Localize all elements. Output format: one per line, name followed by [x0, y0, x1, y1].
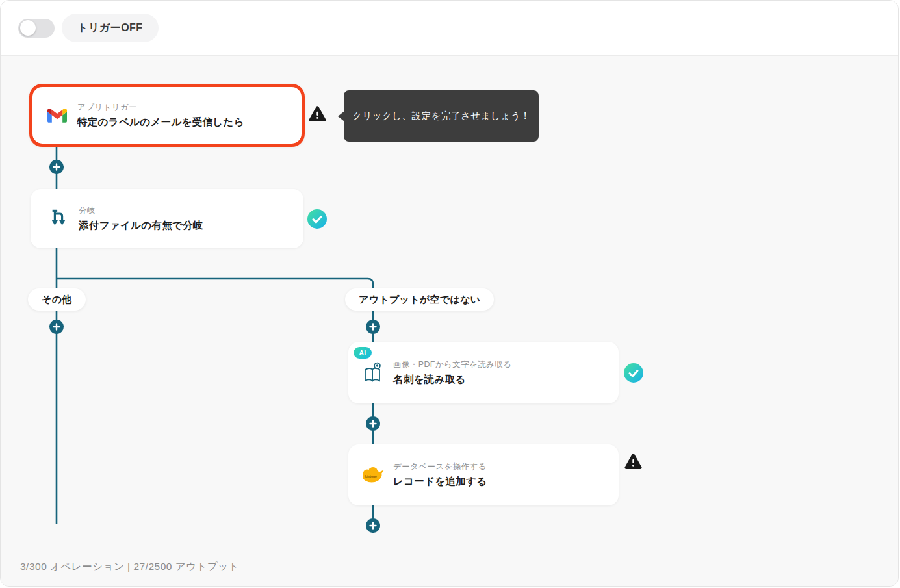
header-bar: トリガーOFF: [1, 1, 898, 56]
node-kintone[interactable]: kintone データベースを操作する レコードを追加する: [348, 444, 619, 505]
node-app-trigger[interactable]: アプリトリガー 特定のラベルのメールを受信したら: [29, 84, 305, 147]
tooltip-arrow: [338, 111, 344, 121]
kintone-icon: kintone: [361, 464, 385, 486]
trigger-toggle[interactable]: [18, 19, 55, 38]
svg-text:kintone: kintone: [365, 474, 377, 478]
trigger-status-label: トリガーOFF: [62, 14, 159, 42]
gmail-icon: [47, 108, 67, 123]
node-branch[interactable]: 分岐 添付ファイルの有無で分岐: [31, 189, 303, 248]
node-type-label: データベースを操作する: [393, 461, 487, 472]
setup-tooltip: クリックし、設定を完了させましょう！: [344, 90, 539, 142]
node-title: 添付ファイルの有無で分岐: [79, 219, 203, 233]
node-title: 特定のラベルのメールを受信したら: [77, 116, 244, 129]
ocr-book-icon: [362, 361, 385, 385]
node-type-label: 分岐: [79, 205, 203, 216]
add-step-button[interactable]: [49, 160, 64, 174]
node-type-label: アプリトリガー: [77, 102, 244, 113]
check-icon: [307, 209, 327, 229]
node-title: 名刺を読み取る: [393, 373, 511, 387]
node-type-label: 画像・PDFから文字を読み取る: [393, 359, 511, 370]
toggle-knob: [20, 20, 36, 36]
check-icon: [624, 363, 643, 383]
node-title: レコードを追加する: [393, 475, 487, 489]
node-ocr[interactable]: AI 画像・PDFから文字を読み取る 名刺を読み取る: [348, 342, 619, 403]
add-step-button[interactable]: [366, 518, 380, 533]
warning-icon: [309, 105, 326, 125]
branch-label-other: その他: [28, 288, 86, 311]
branch-icon: [49, 209, 68, 229]
add-step-button[interactable]: [366, 416, 380, 431]
branch-label-output-not-empty: アウトプットが空ではない: [345, 288, 494, 311]
workflow-editor-page: トリガーOFF: [0, 0, 899, 587]
add-step-button[interactable]: [49, 320, 64, 334]
workflow-canvas: アプリトリガー 特定のラベルのメールを受信したら クリックし、設定を完了させまし…: [1, 56, 898, 587]
add-step-button[interactable]: [366, 320, 380, 334]
usage-status: 3/300 オペレーション | 27/2500 アウトプット: [20, 560, 239, 574]
warning-icon: [624, 453, 642, 473]
ai-badge: AI: [354, 347, 372, 359]
tooltip-text: クリックし、設定を完了させましょう！: [352, 110, 530, 122]
